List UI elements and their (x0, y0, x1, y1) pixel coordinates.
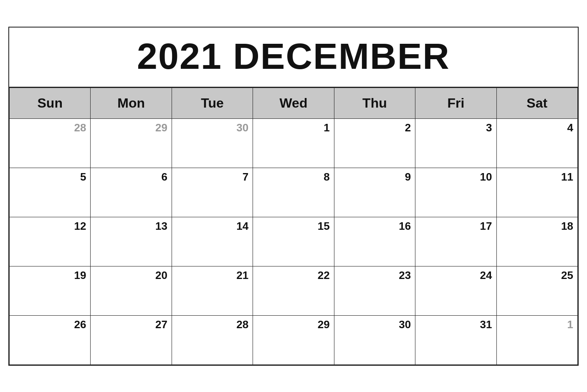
calendar-cell[interactable]: 24 (415, 266, 496, 315)
calendar-cell[interactable]: 7 (172, 168, 253, 217)
calendar-cell[interactable]: 13 (91, 217, 172, 266)
day-header-wed: Wed (253, 88, 334, 118)
calendar-cell[interactable]: 12 (10, 217, 91, 266)
calendar-cell[interactable]: 30 (172, 118, 253, 168)
calendar-cell[interactable]: 8 (253, 168, 334, 217)
calendar-cell[interactable]: 28 (10, 118, 91, 168)
calendar-cell[interactable]: 23 (334, 266, 415, 315)
day-header-fri: Fri (415, 88, 496, 118)
calendar-grid: SunMonTueWedThuFriSat 282930123456789101… (9, 88, 578, 365)
day-header-tue: Tue (172, 88, 253, 118)
calendar-cell[interactable]: 29 (91, 118, 172, 168)
week-row-1: 567891011 (10, 168, 578, 217)
calendar-cell[interactable]: 15 (253, 217, 334, 266)
calendar-cell[interactable]: 10 (415, 168, 496, 217)
week-row-2: 12131415161718 (10, 217, 578, 266)
calendar-cell[interactable]: 20 (91, 266, 172, 315)
calendar-container: 2021 DECEMBER SunMonTueWedThuFriSat 2829… (8, 27, 579, 366)
calendar-cell[interactable]: 9 (334, 168, 415, 217)
calendar-cell[interactable]: 25 (496, 266, 577, 315)
calendar-cell[interactable]: 4 (496, 118, 577, 168)
calendar-cell[interactable]: 31 (415, 315, 496, 364)
week-row-4: 2627282930311 (10, 315, 578, 364)
calendar-cell[interactable]: 21 (172, 266, 253, 315)
calendar-cell[interactable]: 3 (415, 118, 496, 168)
week-row-0: 2829301234 (10, 118, 578, 168)
calendar-cell[interactable]: 1 (496, 315, 577, 364)
day-header-mon: Mon (91, 88, 172, 118)
calendar-cell[interactable]: 29 (253, 315, 334, 364)
calendar-cell[interactable]: 30 (334, 315, 415, 364)
day-header-thu: Thu (334, 88, 415, 118)
calendar-cell[interactable]: 19 (10, 266, 91, 315)
calendar-cell[interactable]: 11 (496, 168, 577, 217)
calendar-cell[interactable]: 14 (172, 217, 253, 266)
calendar-cell[interactable]: 27 (91, 315, 172, 364)
calendar-cell[interactable]: 28 (172, 315, 253, 364)
calendar-cell[interactable]: 2 (334, 118, 415, 168)
calendar-cell[interactable]: 5 (10, 168, 91, 217)
calendar-cell[interactable]: 6 (91, 168, 172, 217)
day-header-sat: Sat (496, 88, 577, 118)
calendar-cell[interactable]: 26 (10, 315, 91, 364)
week-row-3: 19202122232425 (10, 266, 578, 315)
calendar-cell[interactable]: 17 (415, 217, 496, 266)
calendar-title: 2021 DECEMBER (13, 35, 574, 78)
calendar-cell[interactable]: 16 (334, 217, 415, 266)
day-header-sun: Sun (10, 88, 91, 118)
calendar-header: 2021 DECEMBER (9, 28, 578, 88)
day-headers-row: SunMonTueWedThuFriSat (10, 88, 578, 118)
calendar-cell[interactable]: 18 (496, 217, 577, 266)
calendar-cell[interactable]: 1 (253, 118, 334, 168)
calendar-cell[interactable]: 22 (253, 266, 334, 315)
